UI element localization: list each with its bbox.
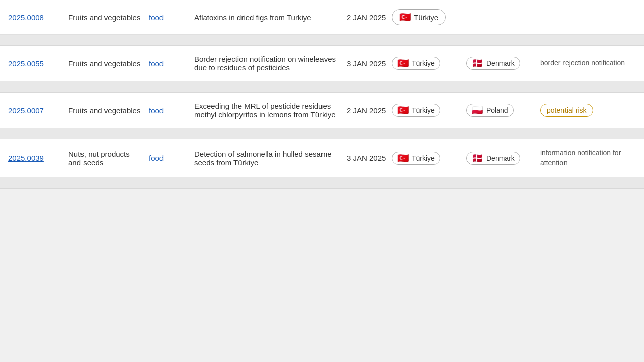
col-description: Aflatoxins in dried figs from Turkiye [194, 13, 347, 22]
col-category: Fruits and vegetables [68, 106, 149, 115]
col-id: 2025.0055 [8, 59, 68, 68]
col-description: Border rejection notification on winelea… [194, 55, 347, 72]
notified-country-name: Denmark [486, 59, 515, 67]
origin-flag: 🇹🇷 [397, 154, 409, 163]
col-category: Nuts, nut products and seeds [68, 150, 149, 167]
origin-flag: 🇹🇷 [399, 13, 411, 22]
notified-by-country-badge: 🇵🇱Poland [466, 104, 514, 117]
type-badge: food [149, 154, 164, 162]
type-badge: food [149, 106, 164, 115]
col-type: food [149, 59, 194, 68]
col-id: 2025.0008 [8, 13, 68, 22]
col-origin: 🇹🇷Türkiye [392, 104, 462, 117]
origin-country-name: Türkiye [414, 13, 438, 22]
potential-risk-badge: potential risk [540, 104, 593, 117]
col-notification-type: information notification for attention [535, 148, 636, 168]
col-notification-type: potential risk [535, 104, 636, 117]
notification-type-text: information notification for attention [540, 149, 621, 167]
notified-by-country-badge: 🇩🇰Denmark [466, 152, 520, 165]
row-spacer [0, 177, 644, 189]
col-notified-by: 🇩🇰Denmark [462, 152, 535, 165]
row-spacer [0, 35, 644, 46]
results-table: 2025.0008Fruits and vegetablesfoodAflato… [0, 0, 644, 189]
origin-country-badge: 🇹🇷Türkiye [392, 9, 446, 25]
col-type: food [149, 106, 194, 115]
col-date: 2 JAN 2025 [347, 106, 392, 115]
notified-country-name: Poland [486, 106, 508, 114]
origin-country-badge: 🇹🇷Türkiye [392, 104, 440, 117]
notification-id-link[interactable]: 2025.0007 [8, 106, 44, 115]
notified-by-country-badge: 🇩🇰Denmark [466, 57, 520, 70]
notified-flag: 🇩🇰 [472, 59, 483, 68]
type-badge: food [149, 59, 164, 68]
col-date: 3 JAN 2025 [347, 59, 392, 68]
col-type: food [149, 154, 194, 162]
table-row: 2025.0007Fruits and vegetablesfoodExceed… [0, 93, 644, 128]
row-spacer [0, 128, 644, 139]
col-description: Exceeding the MRL of pesticide residues … [194, 102, 347, 119]
origin-country-badge: 🇹🇷Türkiye [392, 57, 440, 70]
col-description: Detection of salmonella in hulled sesame… [194, 150, 347, 167]
origin-country-name: Türkiye [412, 154, 435, 162]
origin-country-name: Türkiye [412, 59, 435, 67]
table-row: 2025.0039Nuts, nut products and seedsfoo… [0, 139, 644, 177]
notification-id-link[interactable]: 2025.0008 [8, 13, 44, 22]
origin-country-name: Türkiye [412, 106, 435, 114]
notification-type-text: border rejection notification [540, 59, 625, 67]
notification-id-link[interactable]: 2025.0055 [8, 59, 44, 68]
col-origin: 🇹🇷Türkiye [392, 9, 462, 25]
notified-flag: 🇩🇰 [472, 154, 483, 163]
row-spacer [0, 81, 644, 93]
notification-id-link[interactable]: 2025.0039 [8, 154, 44, 162]
notified-country-name: Denmark [486, 154, 515, 162]
col-type: food [149, 13, 194, 22]
col-category: Fruits and vegetables [68, 59, 149, 68]
col-notified-by: 🇵🇱Poland [462, 104, 535, 117]
col-notification-type: border rejection notification [535, 58, 636, 68]
col-date: 3 JAN 2025 [347, 154, 392, 162]
table-row: 2025.0008Fruits and vegetablesfoodAflato… [0, 0, 644, 35]
notified-flag: 🇵🇱 [472, 106, 483, 115]
col-origin: 🇹🇷Türkiye [392, 57, 462, 70]
origin-country-badge: 🇹🇷Türkiye [392, 152, 440, 165]
col-id: 2025.0007 [8, 106, 68, 115]
origin-flag: 🇹🇷 [397, 59, 409, 68]
col-date: 2 JAN 2025 [347, 13, 392, 22]
table-row: 2025.0055Fruits and vegetablesfoodBorder… [0, 46, 644, 81]
origin-flag: 🇹🇷 [397, 106, 409, 115]
col-notified-by: 🇩🇰Denmark [462, 57, 535, 70]
type-badge: food [149, 13, 164, 22]
col-origin: 🇹🇷Türkiye [392, 152, 462, 165]
col-category: Fruits and vegetables [68, 13, 149, 22]
col-id: 2025.0039 [8, 154, 68, 162]
